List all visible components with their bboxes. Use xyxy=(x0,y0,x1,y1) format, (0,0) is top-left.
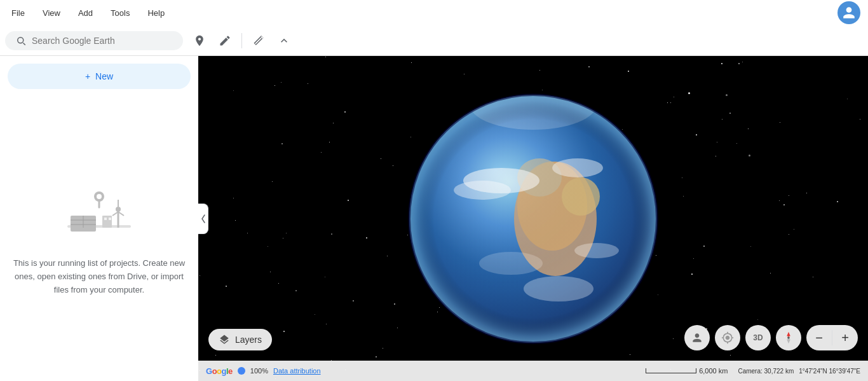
3d-toggle-button[interactable]: 3D xyxy=(745,325,771,350)
data-attribution-link[interactable]: Data attribution xyxy=(273,367,321,375)
toolbar xyxy=(0,25,868,56)
center-location-button[interactable] xyxy=(715,325,740,350)
zoom-out-button[interactable]: − xyxy=(806,325,832,350)
coordinates: 1°47'24"N 16°39'47"E xyxy=(799,368,860,375)
camera-info: Camera: 30,722 km xyxy=(738,368,794,375)
svg-rect-14 xyxy=(104,218,107,220)
location-icon-btn[interactable] xyxy=(188,29,211,52)
svg-point-32 xyxy=(787,336,790,339)
svg-rect-13 xyxy=(102,216,112,228)
compass-button[interactable] xyxy=(776,325,801,350)
street-view-button[interactable] xyxy=(684,325,710,350)
toolbar-divider xyxy=(241,33,242,48)
svg-point-12 xyxy=(97,194,102,199)
menu-view[interactable]: View xyxy=(39,6,64,20)
projects-placeholder: This is your running list of projects. C… xyxy=(0,97,198,381)
menu-add[interactable]: Add xyxy=(74,6,97,20)
profile-button[interactable] xyxy=(837,1,860,24)
search-input[interactable] xyxy=(32,36,172,46)
menu-tools[interactable]: Tools xyxy=(107,6,133,20)
3d-label: 3D xyxy=(753,333,763,342)
sidebar-collapse-button[interactable] xyxy=(198,204,208,234)
layers-label: Layers xyxy=(235,335,262,345)
earth-svg xyxy=(400,85,667,352)
chevron-icon-btn[interactable] xyxy=(273,29,295,52)
svg-point-7 xyxy=(116,207,121,212)
menu-help[interactable]: Help xyxy=(144,6,168,20)
search-icon xyxy=(15,35,27,46)
bottom-bar: Google 100% Data attribution 6,000 km Ca… xyxy=(198,361,868,381)
earth-globe xyxy=(400,85,667,352)
svg-rect-15 xyxy=(109,218,111,220)
person-icon xyxy=(691,331,703,344)
compass-icon xyxy=(782,331,796,345)
map-controls: 3D − + xyxy=(684,325,858,350)
scale-label: 6,000 km xyxy=(699,367,728,375)
search-bar xyxy=(5,31,183,50)
menubar: File View Add Tools Help xyxy=(0,0,868,25)
zoom-in-button[interactable]: + xyxy=(832,325,858,350)
layers-icon xyxy=(219,334,230,345)
new-icon: + xyxy=(85,71,90,81)
scale-line xyxy=(646,368,696,373)
menu-file[interactable]: File xyxy=(8,6,29,20)
zoom-controls: − + xyxy=(806,325,858,350)
scale-bar: 6,000 km xyxy=(646,367,728,375)
new-label: New xyxy=(95,71,113,81)
new-project-button[interactable]: + New xyxy=(8,64,191,89)
quality-value: 100% xyxy=(250,367,268,375)
location-center-icon xyxy=(721,331,734,344)
map-view[interactable]: Layers 3D xyxy=(198,56,868,381)
ruler-icon-btn[interactable] xyxy=(247,29,270,52)
google-logo: Google xyxy=(206,366,233,376)
placeholder-description: This is your running list of projects. C… xyxy=(10,257,188,296)
measure-icon-btn[interactable] xyxy=(214,29,236,52)
sidebar: + New xyxy=(0,56,198,381)
main-content: + New xyxy=(0,56,868,381)
quality-indicator xyxy=(238,367,245,375)
placeholder-illustration xyxy=(55,181,144,244)
layers-button[interactable]: Layers xyxy=(208,329,272,350)
